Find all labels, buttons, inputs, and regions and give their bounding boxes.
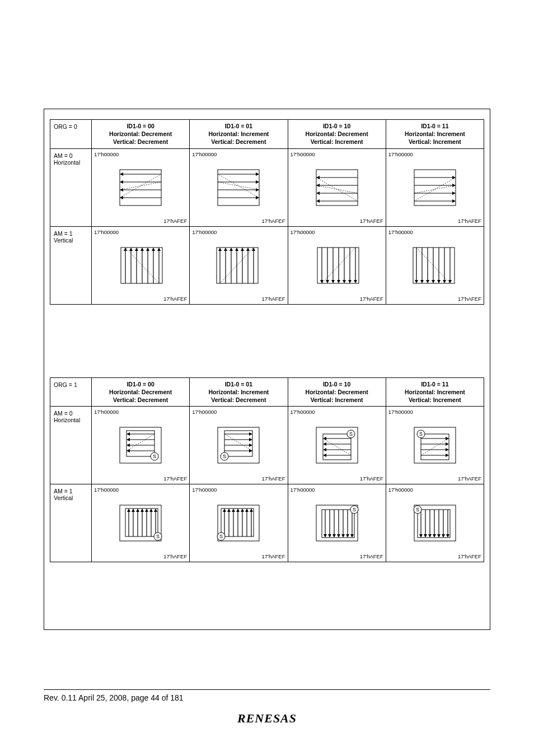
svg-line-157 bbox=[421, 438, 449, 455]
svg-marker-126 bbox=[249, 438, 252, 441]
svg-line-10 bbox=[120, 182, 161, 190]
svg-text:S: S bbox=[219, 534, 223, 539]
page-footer: Rev. 0.11 April 25, 2008, page 44 of 181… bbox=[44, 689, 490, 726]
row-head-0-0: AM = 0 Horizontal bbox=[50, 148, 92, 226]
col-hdr-2-l2: Horizontal: Decrement bbox=[292, 130, 382, 138]
svg-marker-229 bbox=[446, 534, 449, 538]
svg-marker-102 bbox=[437, 280, 441, 283]
svg-marker-152 bbox=[446, 442, 449, 446]
svg-rect-179 bbox=[221, 508, 254, 536]
addr-end: 17'hAFEF bbox=[458, 553, 481, 559]
col-hdr-0-l3: Vertical: Decrement bbox=[95, 138, 186, 146]
svg-text:S: S bbox=[349, 431, 353, 437]
svg-marker-56 bbox=[152, 248, 155, 251]
diagram-table-org1: ORG = 1 ID1-0 = 00 Horizontal: Decrement… bbox=[50, 377, 484, 563]
row-head-0-1-l2: Vertical bbox=[54, 237, 88, 244]
addr-end: 17'hAFEF bbox=[262, 475, 285, 482]
svg-rect-11 bbox=[218, 170, 259, 206]
svg-rect-44 bbox=[121, 248, 162, 283]
svg-rect-109 bbox=[127, 431, 154, 456]
col-hdr-1-l1: ID1-0 = 01 bbox=[193, 122, 284, 130]
corner-org1: ORG = 1 bbox=[50, 377, 92, 407]
col-hdr-3-l3: Vertical: Increment bbox=[390, 138, 480, 146]
svg-marker-211 bbox=[350, 534, 354, 538]
svg-marker-70 bbox=[241, 248, 244, 251]
cell-org1-am0-id10: 17'h00000 17'hAFEF bbox=[288, 407, 386, 484]
svg-marker-137 bbox=[323, 437, 326, 440]
svg-marker-62 bbox=[218, 248, 222, 251]
addr-start: 17'h00000 bbox=[388, 409, 413, 415]
svg-marker-82 bbox=[331, 280, 335, 283]
col-hdr-2-l3: Vertical: Increment bbox=[292, 138, 382, 146]
svg-marker-156 bbox=[446, 454, 449, 457]
scan-diagram-icon bbox=[288, 237, 386, 294]
scan-diagram-icon bbox=[92, 159, 189, 216]
addr-end: 17'hAFEF bbox=[163, 296, 187, 302]
scan-diagram-icon bbox=[190, 159, 287, 216]
addr-start: 17'h00000 bbox=[192, 409, 217, 415]
col-hdr-1-l2: Horizontal: Increment bbox=[193, 130, 284, 138]
addr-start: 17'h00000 bbox=[291, 409, 315, 415]
scan-diagram-icon: S bbox=[288, 494, 386, 552]
addr-start: 17'h00000 bbox=[192, 151, 217, 157]
svg-marker-169 bbox=[140, 508, 144, 512]
svg-line-32 bbox=[316, 185, 358, 193]
addr-start: 17'h00000 bbox=[192, 229, 217, 235]
svg-marker-50 bbox=[135, 248, 138, 251]
svg-marker-80 bbox=[326, 280, 329, 283]
scan-diagram-icon: S bbox=[288, 417, 386, 474]
svg-marker-185 bbox=[232, 508, 235, 512]
cell-org1-am1-id01: 17'h00000 17'hAFEF bbox=[190, 484, 288, 562]
svg-rect-22 bbox=[316, 170, 358, 206]
svg-marker-217 bbox=[419, 534, 423, 538]
scan-diagram-icon: S bbox=[386, 417, 484, 474]
svg-text:S: S bbox=[416, 507, 419, 512]
addr-end: 17'hAFEF bbox=[262, 296, 285, 302]
svg-marker-219 bbox=[424, 534, 427, 538]
row-head-1-0: AM = 0 Horizontal bbox=[50, 407, 92, 484]
addr-start: 17'h00000 bbox=[94, 487, 119, 493]
addr-end: 17'hAFEF bbox=[360, 218, 383, 224]
col-hdr-1: ID1-0 = 01 Horizontal: Increment Vertica… bbox=[190, 120, 288, 149]
row-head-1-1-l1: AM = 1 bbox=[54, 488, 88, 494]
svg-rect-197 bbox=[322, 510, 354, 538]
svg-marker-209 bbox=[346, 534, 349, 538]
col-hdr-b1-2-l3: Vertical: Increment bbox=[292, 396, 382, 404]
svg-rect-0 bbox=[120, 170, 161, 206]
corner-org0: ORG = 0 bbox=[50, 120, 92, 149]
svg-text:S: S bbox=[156, 534, 160, 539]
addr-end: 17'hAFEF bbox=[360, 296, 383, 302]
svg-marker-203 bbox=[332, 534, 336, 538]
addr-start: 17'h00000 bbox=[291, 151, 315, 157]
scan-diagram-icon bbox=[190, 237, 287, 294]
cell-org1-am0-id01: 17'h00000 17'hAFEF bbox=[190, 407, 288, 484]
addr-start: 17'h00000 bbox=[291, 229, 315, 235]
addr-start: 17'h00000 bbox=[192, 487, 217, 493]
col-hdr-b1-3-l3: Vertical: Increment bbox=[390, 396, 480, 404]
addr-end: 17'hAFEF bbox=[458, 475, 481, 482]
col-hdr-b1-0: ID1-0 = 00 Horizontal: Decrement Vertica… bbox=[92, 377, 190, 407]
svg-marker-141 bbox=[323, 448, 326, 451]
addr-end: 17'hAFEF bbox=[163, 475, 187, 482]
row-head-0-1-l1: AM = 1 bbox=[54, 230, 88, 237]
svg-rect-92 bbox=[413, 248, 455, 283]
cell-org0-am1-id01: 17'h00000 17'hAFEF bbox=[190, 226, 288, 304]
col-hdr-3: ID1-0 = 11 Horizontal: Increment Vertica… bbox=[386, 120, 484, 149]
svg-marker-8 bbox=[120, 196, 123, 199]
row-head-1-1: AM = 1 Vertical bbox=[50, 484, 92, 562]
row-head-0-0-l2: Horizontal bbox=[54, 159, 88, 166]
scan-diagram-icon: S bbox=[190, 417, 287, 474]
svg-marker-98 bbox=[426, 280, 429, 283]
svg-marker-84 bbox=[337, 280, 340, 283]
svg-marker-139 bbox=[323, 442, 326, 446]
col-hdr-b1-0-l1: ID1-0 = 00 bbox=[95, 380, 186, 388]
svg-marker-15 bbox=[256, 180, 259, 184]
svg-marker-68 bbox=[235, 248, 238, 251]
svg-line-43 bbox=[414, 185, 456, 193]
addr-start: 17'h00000 bbox=[388, 487, 413, 493]
svg-marker-223 bbox=[433, 534, 436, 538]
addr-end: 17'hAFEF bbox=[163, 553, 187, 559]
col-hdr-b1-2-l1: ID1-0 = 10 bbox=[292, 380, 382, 388]
svg-marker-104 bbox=[443, 280, 446, 283]
cell-org0-am1-id11: 17'h00000 17'hAFEF bbox=[386, 226, 484, 304]
